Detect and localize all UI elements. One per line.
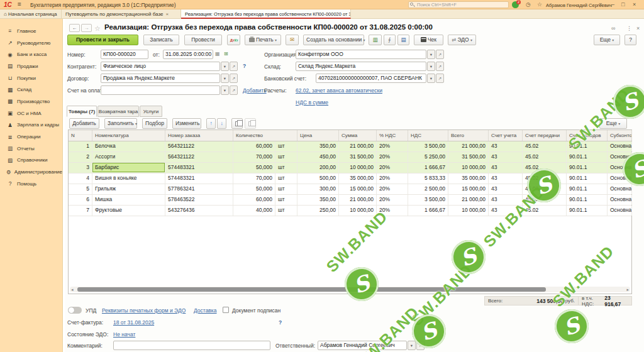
tab-goods[interactable]: Товары (7) [67, 106, 97, 117]
sidebar-item[interactable]: ⚙ Администрирование [0, 166, 62, 178]
tab-home[interactable]: ⌂ Начальная страница [0, 9, 62, 19]
cell-total[interactable]: 21 000,00 [448, 141, 489, 151]
document-signed-checkbox[interactable] [223, 307, 229, 313]
add-row-button[interactable]: Добавить [69, 118, 99, 129]
sidebar-item[interactable]: ◉ Банк и касса [0, 48, 62, 60]
edo-state-link[interactable]: Не начат [113, 331, 135, 338]
global-search-input[interactable]: Поиск Ctrl+Shift+F [408, 1, 509, 8]
cell-nomenclature[interactable]: Фруктовые [92, 206, 165, 216]
table-row[interactable]: 7 Фруктовые 543276436 40,000 шт 250,00 1… [69, 206, 631, 216]
delivery-link[interactable]: Доставка [194, 307, 217, 314]
cell-vat[interactable]: 1 666,67 [408, 163, 448, 173]
table-row[interactable]: 2 Ассорти 564321122 70,000 шт 450,00 31 … [69, 152, 631, 163]
cell-price[interactable]: 350,00 [297, 195, 339, 205]
comment-field[interactable] [113, 341, 270, 350]
settlements-link[interactable]: 62.02, зачет аванса автоматически [296, 87, 382, 94]
scrollbar-thumb[interactable] [77, 287, 546, 292]
cell-sum[interactable]: 15 000,00 [339, 184, 377, 194]
warehouse-dropdown-icon[interactable]: ▾ [427, 62, 435, 71]
cell-order[interactable]: 564321122 [165, 141, 233, 151]
more-button[interactable]: Еще ▾ [594, 35, 620, 45]
cell-account[interactable]: 43 [489, 141, 523, 151]
sidebar-item[interactable]: ▤ Продажи [0, 60, 62, 72]
cell-subconto[interactable]: Основная н [608, 173, 632, 184]
cell-transfer-account[interactable]: 45.02 [523, 152, 567, 162]
cell-account[interactable]: 43 [489, 206, 523, 216]
organization-open-icon[interactable]: ↗ [436, 50, 444, 59]
scroll-left-icon[interactable]: ◂ [71, 287, 74, 292]
tab-realization[interactable]: Реализация: Отгрузка без перехода права … [181, 9, 351, 19]
cell-vat-pct[interactable]: 20% [377, 206, 408, 216]
reports-button[interactable]: ▥ [369, 35, 382, 45]
bank-account-open-icon[interactable]: ↗ [436, 74, 444, 83]
main-menu-icon[interactable]: ≡ [18, 1, 21, 8]
organization-dropdown-icon[interactable]: ▾ [427, 50, 435, 59]
warehouse-field[interactable]: Склад Яндекс.Маркета [296, 62, 426, 71]
send-email-button[interactable]: ✉ [286, 35, 299, 45]
col-subconto[interactable]: Субконто [608, 130, 632, 141]
cell-total[interactable]: 15 000,00 [448, 184, 489, 194]
cell-sum[interactable]: 10 000,00 [339, 206, 377, 216]
col-nomenclature[interactable]: Номенклатура [92, 130, 165, 141]
tab-services[interactable]: Услуги [140, 106, 162, 117]
cell-vat[interactable]: 5 833,33 [408, 173, 448, 184]
cell-qty[interactable]: 70,000 [233, 152, 275, 162]
cell-price[interactable]: 450,00 [297, 152, 339, 162]
cell-vat-pct[interactable]: 20% [377, 163, 408, 173]
cell-account[interactable]: 43 [489, 195, 523, 205]
cell-order[interactable]: 543276436 [165, 206, 233, 216]
cell-order[interactable]: 574483321 [165, 173, 233, 184]
counterparty-help-icon[interactable]: ? [243, 63, 246, 69]
cell-qty[interactable]: 70,000 [233, 173, 275, 184]
history-icon[interactable]: ◷ [526, 1, 531, 8]
cell-sum[interactable]: 21 000,00 [339, 195, 377, 205]
cell-qty[interactable]: 60,000 [233, 141, 275, 151]
cell-total[interactable]: 35 000,00 [448, 173, 489, 184]
cell-subconto[interactable]: Основная н [608, 206, 632, 216]
maximize-icon[interactable]: □ [621, 1, 625, 8]
cell-nomenclature[interactable]: Грильяж [92, 184, 165, 194]
sidebar-item[interactable]: ⊔ Покупки [0, 72, 62, 84]
vat-in-sum-link[interactable]: НДС в сумме [296, 99, 328, 106]
cell-order[interactable]: 578463522 [165, 195, 233, 205]
cell-price[interactable]: 250,00 [297, 206, 339, 216]
cell-nomenclature[interactable]: Белочка [92, 141, 165, 151]
save-button[interactable]: Записать [143, 35, 179, 45]
check-button[interactable]: Чек [414, 35, 443, 45]
cell-qty[interactable]: 50,000 [233, 163, 275, 173]
payment-invoice-dropdown-icon[interactable]: ▾ [221, 85, 229, 95]
contract-open-icon[interactable]: ↗ [230, 74, 238, 83]
cell-income-account[interactable]: 90.01.1 [567, 141, 608, 151]
cell-account[interactable]: 43 [489, 152, 523, 162]
cell-qty[interactable]: 50,000 [233, 184, 275, 194]
cell-income-account[interactable]: 90.01.1 [567, 173, 608, 184]
organization-field[interactable]: Конфетпром ООО [296, 50, 426, 59]
cell-sum[interactable]: 10 000,00 [339, 163, 377, 173]
schedule-icon[interactable]: ⊞ [224, 51, 228, 57]
cell-transfer-account[interactable]: 45.02 [523, 206, 567, 216]
cell-qty[interactable]: 60,000 [233, 195, 275, 205]
upd-toggle[interactable] [68, 307, 82, 314]
cell-total[interactable]: 10 000,00 [448, 206, 489, 216]
payment-invoice-field[interactable] [101, 85, 220, 95]
favorites-icon[interactable]: ☆ [537, 1, 542, 8]
cell-sum[interactable]: 21 000,00 [339, 141, 377, 151]
col-quantity[interactable]: Количество [233, 130, 297, 141]
cell-subconto[interactable]: Основная н [608, 184, 632, 194]
cell-subconto[interactable]: Основная н [608, 195, 632, 205]
counterparty-field[interactable]: Физическое лицо [101, 62, 220, 71]
cell-nomenclature[interactable]: Вишня в коньяке [92, 173, 165, 184]
horizontal-scrollbar[interactable]: ◂ ▸ [70, 287, 630, 292]
tab-guide[interactable]: Путеводитель по демонстрационной базе× [62, 9, 181, 19]
col-total[interactable]: Всего [448, 130, 489, 141]
bank-account-dropdown-icon[interactable]: ▾ [427, 74, 435, 83]
col-vat[interactable]: НДС [408, 130, 448, 141]
edit-button[interactable]: Изменить [172, 118, 201, 129]
get-link-icon[interactable]: ∞ [611, 25, 615, 31]
col-income-account[interactable]: Счет доходов [567, 130, 608, 141]
number-field[interactable]: КП00-000020 [101, 50, 148, 59]
minimize-icon[interactable]: – [611, 1, 614, 8]
back-button[interactable]: ← [69, 24, 80, 32]
sidebar-item[interactable]: ? Помощь [0, 178, 62, 190]
col-transfer-account[interactable]: Счет передачи [523, 130, 567, 141]
